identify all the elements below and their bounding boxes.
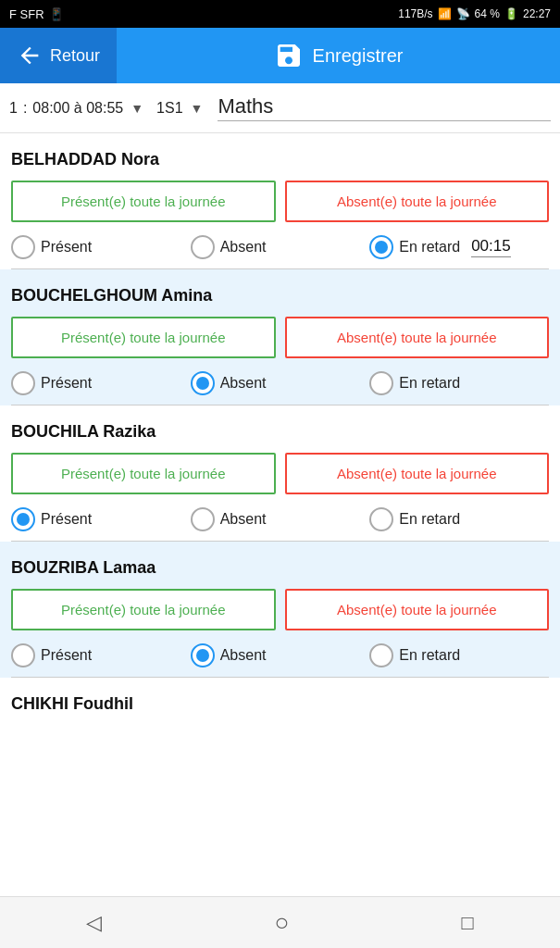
radio-circle[interactable]	[191, 371, 215, 395]
radio-circle[interactable]	[11, 235, 35, 259]
radio-option: En retard00:15	[369, 235, 549, 259]
signal-icon: 📡	[456, 7, 470, 20]
nav-recents-button[interactable]: □	[443, 904, 492, 942]
session-bar: 1 : 08:00 à 08:55 ▼ 1S1 ▼ Maths	[0, 83, 560, 133]
radio-circle[interactable]	[369, 235, 393, 259]
present-all-day-button[interactable]: Présent(e) toute la journée	[11, 589, 276, 630]
radio-option: En retard	[369, 371, 549, 395]
save-button[interactable]: Enregistrer	[117, 28, 560, 83]
save-icon	[274, 41, 304, 70]
status-bar-right: 117B/s 📶 📡 64 % 🔋 22:27	[398, 7, 551, 20]
late-time-value[interactable]: 00:15	[471, 237, 511, 257]
radio-label: Absent	[220, 647, 267, 664]
session-class: 1S1	[156, 100, 182, 117]
time-dropdown-icon[interactable]: ▼	[131, 101, 143, 116]
radio-option: Présent	[11, 235, 191, 259]
bottom-nav: ◁ ○ □	[0, 896, 560, 948]
session-subject: Maths	[218, 94, 551, 121]
time-label: 22:27	[523, 7, 551, 20]
radio-circle[interactable]	[191, 507, 215, 531]
radio-label: En retard	[399, 647, 460, 664]
battery-icon: 🔋	[504, 7, 518, 20]
student-name: BOUCHILA Razika	[11, 415, 549, 447]
sim-icon: 📶	[438, 7, 452, 20]
attendance-buttons: Présent(e) toute la journéeAbsent(e) tou…	[11, 453, 549, 494]
present-all-day-button[interactable]: Présent(e) toute la journée	[11, 453, 276, 494]
session-time-range: 08:00 à 08:55	[32, 100, 123, 117]
nav-back-icon: ◁	[86, 911, 102, 935]
radio-row: PrésentAbsentEn retard	[11, 636, 549, 677]
radio-label: Présent	[41, 511, 92, 528]
student-name: BOUZRIBA Lamaa	[11, 551, 549, 583]
radio-circle[interactable]	[369, 371, 393, 395]
nav-back-button[interactable]: ◁	[68, 904, 120, 942]
attendance-buttons: Présent(e) toute la journéeAbsent(e) tou…	[11, 181, 549, 222]
nav-home-icon: ○	[274, 908, 289, 937]
radio-label: Absent	[220, 239, 267, 256]
battery-label: 64 %	[475, 7, 500, 20]
student-section: BOUCHELGHOUM AminaPrésent(e) toute la jo…	[0, 269, 560, 405]
session-number: 1	[9, 100, 18, 117]
radio-option: En retard	[369, 507, 549, 531]
radio-option: Présent	[11, 643, 191, 667]
present-all-day-button[interactable]: Présent(e) toute la journée	[11, 181, 276, 222]
radio-row: PrésentAbsentEn retard	[11, 500, 549, 541]
radio-label: Présent	[41, 647, 92, 664]
action-bar: Retour Enregistrer	[0, 28, 560, 83]
back-button[interactable]: Retour	[0, 28, 117, 83]
speed-label: 117B/s	[398, 7, 432, 20]
radio-label: Absent	[220, 375, 267, 392]
radio-option: En retard	[369, 643, 549, 667]
back-arrow-icon	[17, 43, 43, 69]
radio-circle[interactable]	[11, 371, 35, 395]
student-name: CHIKHI Foudhil	[11, 687, 549, 719]
absent-all-day-button[interactable]: Absent(e) toute la journée	[285, 317, 550, 358]
radio-label: Absent	[220, 511, 267, 528]
radio-label: En retard	[399, 239, 460, 256]
class-dropdown-icon[interactable]: ▼	[191, 101, 204, 116]
radio-option: Présent	[11, 507, 191, 531]
radio-option: Absent	[191, 643, 370, 667]
radio-option: Absent	[191, 235, 370, 259]
radio-label: Présent	[41, 375, 92, 392]
student-name: BELHADDAD Nora	[11, 143, 549, 175]
absent-all-day-button[interactable]: Absent(e) toute la journée	[285, 589, 550, 630]
radio-option: Présent	[11, 371, 191, 395]
absent-all-day-button[interactable]: Absent(e) toute la journée	[285, 453, 550, 494]
carrier-label: F SFR	[9, 7, 44, 21]
student-section: CHIKHI Foudhil	[0, 678, 560, 719]
nav-home-button[interactable]: ○	[255, 901, 307, 944]
student-name: BOUCHELGHOUM Amina	[11, 279, 549, 311]
status-bar-left: F SFR 📱	[9, 7, 64, 21]
save-label: Enregistrer	[313, 45, 404, 67]
absent-all-day-button[interactable]: Absent(e) toute la journée	[285, 181, 550, 222]
radio-circle[interactable]	[191, 643, 215, 667]
content-area: BELHADDAD NoraPrésent(e) toute la journé…	[0, 133, 560, 775]
session-separator: :	[23, 100, 27, 117]
radio-circle[interactable]	[369, 643, 393, 667]
radio-circle[interactable]	[191, 235, 215, 259]
nav-recents-icon: □	[462, 911, 474, 935]
radio-row: PrésentAbsentEn retard	[11, 364, 549, 405]
attendance-buttons: Présent(e) toute la journéeAbsent(e) tou…	[11, 317, 549, 358]
carrier-icon: 📱	[49, 7, 64, 21]
radio-circle[interactable]	[11, 507, 35, 531]
attendance-buttons: Présent(e) toute la journéeAbsent(e) tou…	[11, 589, 549, 630]
radio-circle[interactable]	[369, 507, 393, 531]
present-all-day-button[interactable]: Présent(e) toute la journée	[11, 317, 276, 358]
radio-option: Absent	[191, 371, 370, 395]
radio-label: En retard	[399, 511, 460, 528]
student-section: BOUZRIBA LamaaPrésent(e) toute la journé…	[0, 542, 560, 678]
student-section: BOUCHILA RazikaPrésent(e) toute la journ…	[0, 405, 560, 542]
status-bar: F SFR 📱 117B/s 📶 📡 64 % 🔋 22:27	[0, 0, 560, 28]
back-label: Retour	[50, 46, 100, 66]
radio-label: En retard	[399, 375, 460, 392]
radio-circle[interactable]	[11, 643, 35, 667]
radio-row: PrésentAbsentEn retard00:15	[11, 228, 549, 268]
radio-option: Absent	[191, 507, 370, 531]
radio-label: Présent	[41, 239, 92, 256]
student-section: BELHADDAD NoraPrésent(e) toute la journé…	[0, 133, 560, 269]
